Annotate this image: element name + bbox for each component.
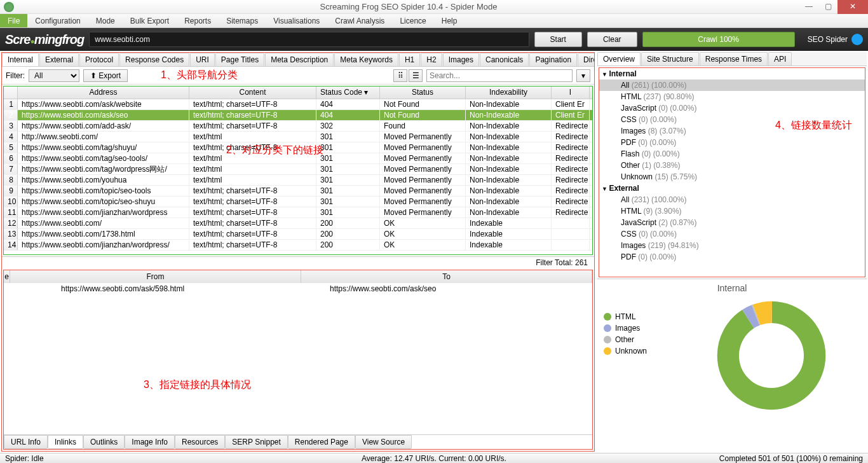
search-input[interactable] (426, 69, 573, 82)
legend-item: Unknown (604, 345, 647, 357)
table-row[interactable]: 1https://www.seobti.com/ask/websitetext/… (4, 99, 592, 110)
filter-label: Filter: (6, 71, 25, 80)
col-content[interactable]: Content (189, 86, 316, 99)
btab-view-source[interactable]: View Source (355, 435, 412, 449)
col-from[interactable]: From (10, 270, 301, 283)
table-row[interactable]: 11https://www.seobti.com/jianzhan/wordpr… (4, 207, 592, 218)
close-button[interactable]: ✕ (837, 0, 868, 14)
table-row[interactable]: 8https://www.seobti.com/youhuatext/html3… (4, 175, 592, 186)
status-right: Completed 501 of 501 (100%) 0 remaining (719, 453, 863, 463)
tree-item[interactable]: PDF (0) (0.00%) (599, 251, 865, 263)
tab-response-codes[interactable]: Response Codes (119, 53, 189, 66)
col-extra[interactable]: I (552, 86, 590, 99)
tree-item[interactable]: Images (219) (94.81%) (599, 240, 865, 251)
table-row[interactable]: 7https://www.seobti.com/tag/wordpress网站/… (4, 164, 592, 175)
tree-item[interactable]: Unknown (15) (5.75%) (599, 171, 865, 183)
col-status-code[interactable]: Status Code ▾ (316, 86, 380, 99)
tab-protocol[interactable]: Protocol (79, 53, 119, 66)
tree-item[interactable]: Flash (0) (0.00%) (599, 148, 865, 160)
menu-licence[interactable]: Licence (392, 14, 433, 27)
chart-pane: Internal HTMLImagesOtherUnknown (597, 279, 867, 452)
list-view-icon[interactable]: ☰ (409, 69, 423, 82)
menu-crawl-analysis[interactable]: Crawl Analysis (327, 14, 392, 27)
tab-uri[interactable]: URI (190, 53, 215, 66)
col-status[interactable]: Status (380, 86, 466, 99)
tab-images[interactable]: Images (443, 53, 479, 66)
tab-meta-description[interactable]: Meta Description (265, 53, 334, 66)
table-row[interactable]: 3https://www.seobti.com/add-ask/text/htm… (4, 121, 592, 132)
col-indexability[interactable]: Indexability (466, 86, 552, 99)
start-button[interactable]: Start (534, 32, 582, 47)
tree-item[interactable]: All (261) (100.00%) (599, 79, 865, 91)
col-to[interactable]: To (301, 270, 592, 283)
tab-page-titles[interactable]: Page Titles (215, 53, 264, 66)
minimize-button[interactable]: — (799, 0, 818, 14)
url-input[interactable] (89, 32, 529, 47)
tree-item[interactable]: All (231) (100.00%) (599, 194, 865, 205)
col-address[interactable]: Address (18, 86, 189, 99)
twitter-icon[interactable] (851, 34, 863, 45)
tree-item[interactable]: HTML (9) (3.90%) (599, 205, 865, 217)
annotation-2: 2、对应分类下的链接 (226, 144, 323, 156)
detail-to: https://www.seobti.com/ask/seo (323, 284, 592, 293)
tab-external[interactable]: External (39, 53, 79, 66)
menu-help[interactable]: Help (434, 14, 465, 27)
table-row[interactable]: 2https://www.seobti.com/ask/seotext/html… (4, 110, 592, 121)
tab-canonicals[interactable]: Canonicals (480, 53, 529, 66)
menu-file[interactable]: File (0, 14, 27, 27)
btab-rendered-page[interactable]: Rendered Page (288, 435, 355, 449)
menu-bulk-export[interactable]: Bulk Export (123, 14, 177, 27)
btab-url-info[interactable]: URL Info (4, 435, 48, 449)
table-row[interactable]: 12https://www.seobti.com/text/html; char… (4, 218, 592, 229)
btab-inlinks[interactable]: Inlinks (48, 435, 83, 449)
brand-label: SEO Spider (808, 34, 863, 45)
table-row[interactable]: 9https://www.seobti.com/topic/seo-toolst… (4, 186, 592, 197)
menu-reports[interactable]: Reports (177, 14, 219, 27)
btab-resources[interactable]: Resources (175, 435, 225, 449)
logo: Scre●mingfrog (5, 32, 84, 47)
rtab-site-structure[interactable]: Site Structure (641, 52, 699, 66)
tree-header-external[interactable]: External (599, 183, 865, 194)
tree-view-icon[interactable]: ⠿ (393, 69, 407, 82)
annotation-1: 1、头部导航分类 (161, 69, 238, 82)
filter-total: Filter Total: 261 (2, 256, 594, 268)
tab-pagination[interactable]: Pagination (529, 53, 577, 66)
btab-outlinks[interactable]: Outlinks (83, 435, 125, 449)
tree-item[interactable]: PDF (0) (0.00%) (599, 137, 865, 148)
tree-header-internal[interactable]: Internal (599, 68, 865, 79)
menu-sitemaps[interactable]: Sitemaps (219, 14, 266, 27)
tree-item[interactable]: CSS (0) (0.00%) (599, 228, 865, 240)
tab-internal[interactable]: Internal (2, 53, 39, 66)
tree-item[interactable]: JavaScript (2) (0.87%) (599, 217, 865, 228)
tree-item[interactable]: Other (1) (0.38%) (599, 160, 865, 171)
tab-h1[interactable]: H1 (399, 53, 420, 66)
rtab-response-times[interactable]: Response Times (700, 52, 768, 66)
menu-visualisations[interactable]: Visualisations (266, 14, 327, 27)
detail-from: https://www.seobti.com/ask/598.html (10, 284, 323, 293)
detail-row[interactable]: https://www.seobti.com/ask/598.html http… (4, 283, 592, 294)
rtab-api[interactable]: API (768, 52, 792, 66)
maximize-button[interactable]: ▢ (818, 0, 837, 14)
svg-point-3 (728, 312, 815, 399)
menu-mode[interactable]: Mode (88, 14, 123, 27)
table-row[interactable]: 10https://www.seobti.com/topic/seo-shuyu… (4, 197, 592, 207)
tree-item[interactable]: JavaScript (0) (0.00%) (599, 102, 865, 114)
btab-image-info[interactable]: Image Info (125, 435, 175, 449)
right-pane: OverviewSite StructureResponse TimesAPI … (597, 52, 867, 452)
clear-button[interactable]: Clear (587, 32, 637, 47)
tab-h2[interactable]: H2 (421, 53, 442, 66)
menu-configuration[interactable]: Configuration (27, 14, 88, 27)
tab-meta-keywords[interactable]: Meta Keywords (334, 53, 398, 66)
table-row[interactable]: 4http://www.seobti.com/text/html301Moved… (4, 132, 592, 142)
search-dropdown-icon[interactable]: ▾ (576, 69, 590, 82)
table-row[interactable]: 13https://www.seobti.com/1738.htmltext/h… (4, 229, 592, 240)
export-button[interactable]: ⬆ Export (83, 69, 128, 82)
table-row[interactable]: 14https://www.seobti.com/jianzhan/wordpr… (4, 240, 592, 251)
rtab-overview[interactable]: Overview (597, 52, 641, 66)
left-pane: InternalExternalProtocolResponse CodesUR… (1, 52, 595, 452)
crawl-progress: Crawl 100% (642, 32, 795, 47)
btab-serp-snippet[interactable]: SERP Snippet (225, 435, 288, 449)
tree-item[interactable]: HTML (237) (90.80%) (599, 91, 865, 102)
filter-select[interactable]: All (29, 69, 79, 82)
tab-direc[interactable]: Direc (578, 53, 594, 66)
